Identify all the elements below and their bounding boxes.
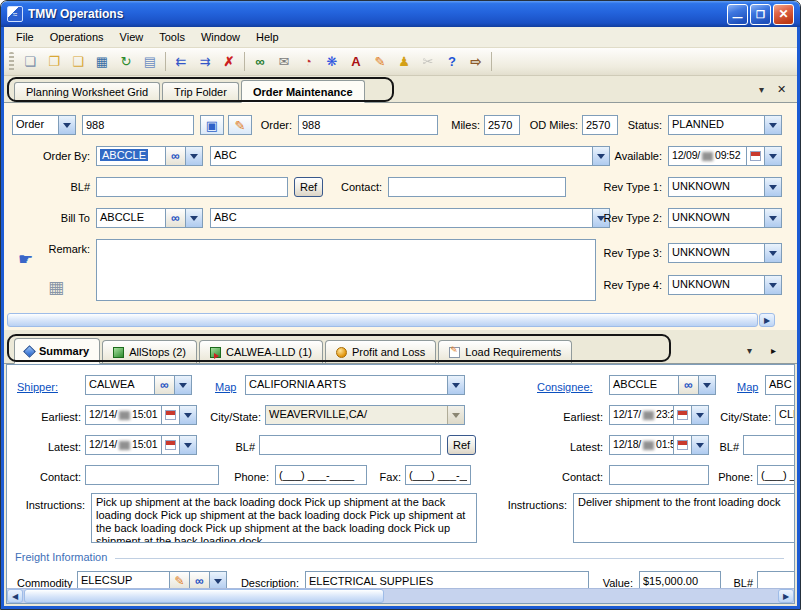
- pointer-hand-icon[interactable]: [18, 249, 33, 270]
- consignee-section-link[interactable]: Consignee:: [537, 377, 603, 397]
- available-date-field[interactable]: 12/09/09:52: [668, 146, 782, 166]
- menu-help[interactable]: Help: [248, 28, 287, 46]
- save-icon[interactable]: ▦: [90, 51, 114, 73]
- tab-planning-worksheet-grid[interactable]: Planning Worksheet Grid: [14, 82, 160, 102]
- shipper-section-link[interactable]: Shipper:: [17, 377, 69, 397]
- scrollbar-track[interactable]: [385, 589, 777, 603]
- od-miles-field[interactable]: [582, 115, 618, 135]
- lookup-glasses-icon[interactable]: [165, 147, 185, 165]
- scrollbar-thumb[interactable]: [24, 589, 384, 603]
- rev-type-1-select[interactable]: UNKNOWN: [668, 177, 782, 197]
- import-grid-icon[interactable]: ⇇: [169, 51, 193, 73]
- signature-pencil-icon[interactable]: ✎: [368, 51, 392, 73]
- remark-textarea[interactable]: [96, 239, 596, 301]
- order-by-combo[interactable]: ABCCLE: [96, 146, 203, 166]
- scroll-right-icon[interactable]: ▶: [778, 589, 794, 603]
- consignee-earliest-date[interactable]: 12/17/23:29: [609, 405, 709, 425]
- bill-to-combo[interactable]: ABCCLE: [96, 208, 203, 228]
- document-lines-icon[interactable]: ▤: [138, 51, 162, 73]
- shipper-combo[interactable]: CALWEA: [85, 375, 192, 395]
- close-view-icon[interactable]: [774, 82, 789, 97]
- consignee-name-select[interactable]: ABC: [765, 375, 795, 395]
- title-bar[interactable]: TMW Operations: [1, 1, 800, 27]
- clock-icon[interactable]: ◔: [296, 51, 320, 73]
- shipper-name-select[interactable]: CALIFORNIA ARTS: [245, 375, 465, 395]
- shipper-bl-field[interactable]: [259, 435, 441, 455]
- calendar-icon[interactable]: [161, 406, 179, 424]
- user-key-icon[interactable]: ♟: [392, 51, 416, 73]
- find-binoculars-icon[interactable]: ∞: [248, 51, 272, 73]
- tab-calwea-lld[interactable]: CALWEA-LLD (1): [199, 340, 323, 363]
- status-select[interactable]: PLANNED: [668, 115, 782, 135]
- chevron-down-icon[interactable]: [447, 376, 464, 394]
- toolbar-grip[interactable]: [9, 52, 14, 72]
- consignee-bl-field[interactable]: [743, 435, 795, 455]
- chevron-down-icon[interactable]: [764, 178, 781, 196]
- consignee-contact-field[interactable]: [609, 465, 709, 485]
- scroll-tabs-right-icon[interactable]: [766, 343, 781, 358]
- chevron-down-icon[interactable]: [179, 406, 196, 424]
- menu-tools[interactable]: Tools: [151, 28, 193, 46]
- shipper-contact-field[interactable]: [85, 465, 219, 485]
- miles-field[interactable]: [484, 115, 520, 135]
- calendar-icon[interactable]: [746, 147, 764, 165]
- shipper-ref-button[interactable]: Ref: [447, 435, 476, 455]
- tab-list-icon[interactable]: [742, 343, 757, 358]
- lookup-glasses-icon[interactable]: [165, 209, 185, 227]
- order-type-select[interactable]: Order: [12, 115, 76, 135]
- refresh-icon[interactable]: ↻: [114, 51, 138, 73]
- consignee-map-link[interactable]: Map: [737, 377, 763, 397]
- consignee-latest-date[interactable]: 12/18/01:59: [609, 435, 709, 455]
- consignee-combo[interactable]: ABCCLE: [609, 375, 716, 395]
- chevron-down-icon[interactable]: [691, 406, 708, 424]
- ref-button[interactable]: Ref: [294, 177, 323, 197]
- shipper-earliest-date[interactable]: 12/14/15:01: [85, 405, 197, 425]
- menu-window[interactable]: Window: [193, 28, 248, 46]
- order-number-field[interactable]: [298, 115, 438, 135]
- shipper-map-link[interactable]: Map: [215, 377, 241, 397]
- font-icon[interactable]: A: [344, 51, 368, 73]
- close-button[interactable]: [773, 4, 794, 25]
- folder-pair-icon[interactable]: ❑: [66, 51, 90, 73]
- rev-type-3-select[interactable]: UNKNOWN: [668, 243, 782, 263]
- chevron-down-icon[interactable]: [754, 82, 769, 97]
- rev-type-2-select[interactable]: UNKNOWN: [668, 208, 782, 228]
- shipper-fax-field[interactable]: [405, 465, 471, 485]
- cut-scissors-icon[interactable]: ✂: [416, 51, 440, 73]
- chevron-down-icon[interactable]: [698, 376, 715, 394]
- consignee-instructions-textarea[interactable]: Deliver shipment to the front loading do…: [573, 493, 795, 543]
- calendar-icon[interactable]: [673, 406, 691, 424]
- consignee-phone-field[interactable]: [757, 465, 795, 485]
- chevron-down-icon[interactable]: [764, 147, 781, 165]
- calendar-icon[interactable]: [161, 436, 179, 454]
- tab-load-requirements[interactable]: Load Requirements: [438, 340, 572, 363]
- tab-order-maintenance[interactable]: Order Maintenance: [241, 80, 365, 103]
- tab-allstops[interactable]: AllStops (2): [102, 340, 197, 363]
- order-by-name-select[interactable]: ABC: [210, 146, 610, 166]
- scrollbar-thumb[interactable]: [7, 313, 758, 327]
- mail-check-icon[interactable]: ✉: [272, 51, 296, 73]
- lookup-glasses-icon[interactable]: [678, 376, 698, 394]
- maximize-button[interactable]: [750, 4, 771, 25]
- chevron-down-icon[interactable]: [185, 147, 202, 165]
- tab-summary[interactable]: Summary: [14, 338, 100, 364]
- tab-trip-folder[interactable]: Trip Folder: [162, 82, 239, 102]
- delete-icon[interactable]: ✗: [217, 51, 241, 73]
- scroll-right-icon[interactable]: ▶: [759, 313, 775, 327]
- chevron-down-icon[interactable]: [764, 276, 781, 294]
- new-document-icon[interactable]: ❏: [18, 51, 42, 73]
- chevron-down-icon[interactable]: [691, 436, 708, 454]
- shipper-latest-date[interactable]: 12/14/15:01: [85, 435, 197, 455]
- chevron-down-icon[interactable]: [764, 209, 781, 227]
- tab-profit-and-loss[interactable]: Profit and Loss: [325, 340, 436, 363]
- menu-view[interactable]: View: [112, 28, 152, 46]
- edit-note-icon[interactable]: [228, 115, 252, 135]
- save-remark-icon[interactable]: [48, 277, 64, 298]
- menu-operations[interactable]: Operations: [42, 28, 112, 46]
- menu-file[interactable]: File: [8, 28, 42, 46]
- scroll-left-icon[interactable]: ◀: [7, 589, 23, 603]
- help-icon[interactable]: ?: [440, 51, 464, 73]
- chevron-down-icon[interactable]: [764, 244, 781, 262]
- shipper-phone-field[interactable]: [275, 465, 367, 485]
- chevron-down-icon[interactable]: [179, 436, 196, 454]
